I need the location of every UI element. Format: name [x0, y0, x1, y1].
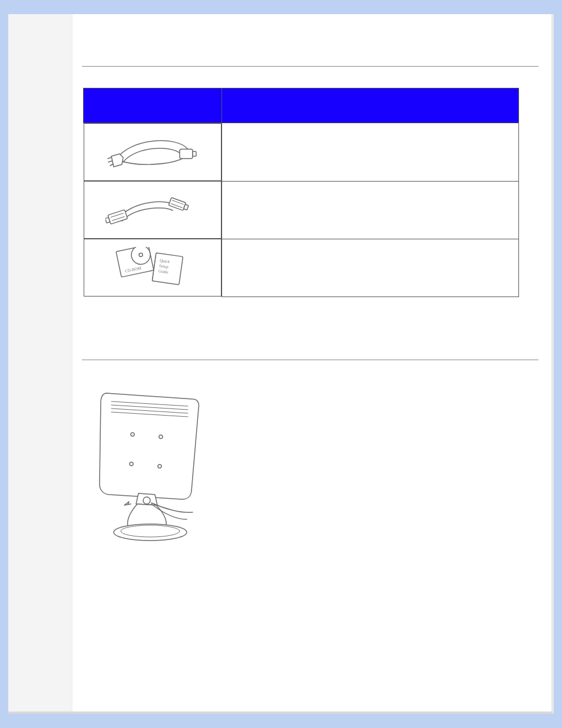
svg-line-4 — [110, 164, 113, 166]
cd-guide-cell: CD-ROM Quick Setup Guide — [84, 239, 222, 297]
monitor-rear-figure — [82, 381, 538, 549]
signal-cable-icon — [105, 189, 200, 230]
table-row — [84, 123, 519, 182]
cd-and-guide-icon: CD-ROM Quick Setup Guide — [105, 247, 200, 288]
power-cord-cell — [84, 123, 222, 181]
page-background: CD-ROM Quick Setup Guide — [0, 0, 562, 728]
table-header-row — [84, 88, 519, 123]
table-row — [84, 181, 519, 239]
svg-point-30 — [114, 524, 187, 541]
svg-rect-9 — [108, 210, 127, 224]
rule-2 — [82, 360, 538, 360]
monitor-rear-icon — [82, 381, 211, 546]
table-header-desc — [222, 88, 519, 123]
svg-rect-1 — [193, 151, 196, 156]
rule-1 — [82, 66, 538, 67]
left-sidebar — [8, 14, 72, 711]
document-sheet: CD-ROM Quick Setup Guide — [8, 14, 554, 714]
svg-rect-0 — [180, 149, 193, 159]
table-header-item — [84, 88, 222, 123]
main-content: CD-ROM Quick Setup Guide — [72, 14, 551, 711]
svg-line-2 — [108, 157, 111, 159]
power-cord-icon — [105, 131, 200, 173]
signal-cable-desc — [222, 181, 519, 239]
parts-table: CD-ROM Quick Setup Guide — [83, 88, 519, 297]
power-cord-desc — [222, 123, 519, 182]
signal-cable-cell — [84, 181, 222, 239]
cd-guide-desc — [222, 239, 519, 297]
svg-line-3 — [108, 161, 112, 162]
table-row: CD-ROM Quick Setup Guide — [84, 239, 519, 297]
